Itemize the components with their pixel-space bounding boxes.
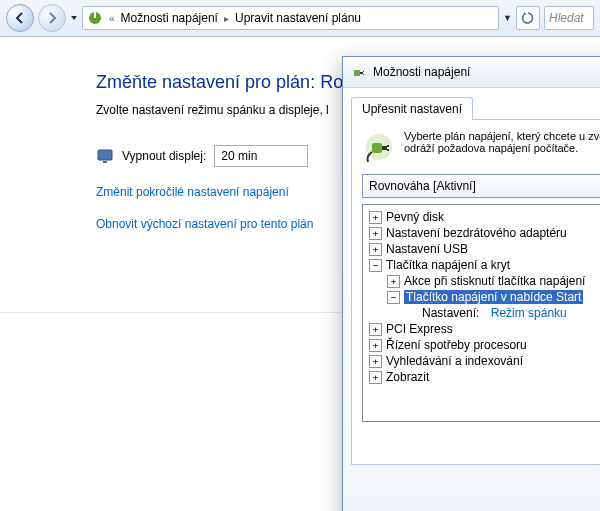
settings-tree[interactable]: +Pevný disk +Nastavení bezdrátového adap… [362,204,600,422]
tree-node-display[interactable]: +Zobrazit [365,369,600,385]
svg-rect-11 [387,145,389,147]
collapse-icon[interactable]: − [387,291,400,304]
tree-node-power-buttons[interactable]: −Tlačítka napájení a kryt [365,257,600,273]
tree-node-setting[interactable]: Nastavení: Režim spánku [365,305,600,321]
expand-icon[interactable]: + [369,371,382,384]
svg-rect-3 [103,161,107,163]
power-plug-icon [362,130,396,164]
explorer-navbar: « Možnosti napájení ▸ Upravit nastavení … [0,0,600,37]
svg-rect-4 [354,70,360,76]
svg-rect-9 [372,143,382,153]
dialog-title: Možnosti napájení [373,65,470,79]
expand-icon[interactable]: + [369,243,382,256]
collapse-icon[interactable]: − [369,259,382,272]
expand-icon[interactable]: + [369,227,382,240]
expand-icon[interactable]: + [369,355,382,368]
svg-rect-5 [360,72,363,74]
back-button[interactable] [6,4,34,32]
history-dropdown-icon[interactable] [70,11,78,25]
expand-icon[interactable]: + [369,323,382,336]
refresh-button[interactable] [516,6,540,30]
expand-icon[interactable]: + [369,339,382,352]
tree-node-pci[interactable]: +PCI Express [365,321,600,337]
chevron-right-icon: ▸ [224,13,229,24]
setting-value-link[interactable]: Režim spánku [491,306,567,320]
tree-node-button-action[interactable]: +Akce při stisknutí tlačítka napájení [365,273,600,289]
svg-rect-7 [363,74,364,75]
breadcrumb-item[interactable]: Možnosti napájení [121,11,218,25]
tree-node-usb[interactable]: +Nastavení USB [365,241,600,257]
svg-rect-12 [387,149,389,151]
breadcrumb-sep-icon: « [109,13,115,24]
power-icon [351,64,367,80]
svg-rect-2 [98,150,112,160]
tab-content: Vyberte plán napájení, který chcete u zv… [351,119,600,465]
dialog-titlebar[interactable]: Možnosti napájení [343,57,600,88]
expand-icon[interactable]: + [387,275,400,288]
tree-node-cpu[interactable]: +Řízení spotřeby procesoru [365,337,600,353]
display-timeout-label: Vypnout displej: [122,149,206,163]
tree-node-search[interactable]: +Vyhledávání a indexování [365,353,600,369]
power-plan-select[interactable]: Rovnováha [Aktivní] ▼ [362,174,600,198]
control-panel-icon [87,10,103,26]
power-options-dialog: Možnosti napájení Upřesnit nastavení Vyb… [342,56,600,511]
tree-node-hdd[interactable]: +Pevný disk [365,209,600,225]
tab-advanced[interactable]: Upřesnit nastavení [351,97,473,120]
breadcrumb-dropdown-icon[interactable]: ▼ [503,13,512,23]
svg-rect-6 [363,71,364,72]
breadcrumb[interactable]: « Možnosti napájení ▸ Upravit nastavení … [82,6,499,30]
breadcrumb-item[interactable]: Upravit nastavení plánu [235,11,361,25]
svg-rect-10 [382,146,387,150]
svg-rect-1 [94,12,96,18]
search-input[interactable]: Hledat [544,6,594,30]
display-timeout-select[interactable]: 20 min [214,145,308,167]
forward-button[interactable] [38,4,66,32]
dialog-description: Vyberte plán napájení, který chcete u zv… [404,130,600,154]
monitor-icon [96,147,114,165]
expand-icon[interactable]: + [369,211,382,224]
tree-node-wireless[interactable]: +Nastavení bezdrátového adaptéru [365,225,600,241]
plan-select-value: Rovnováha [Aktivní] [369,179,476,193]
tree-node-start-menu-button[interactable]: −Tlačítko napájení v nabídce Start [365,289,600,305]
